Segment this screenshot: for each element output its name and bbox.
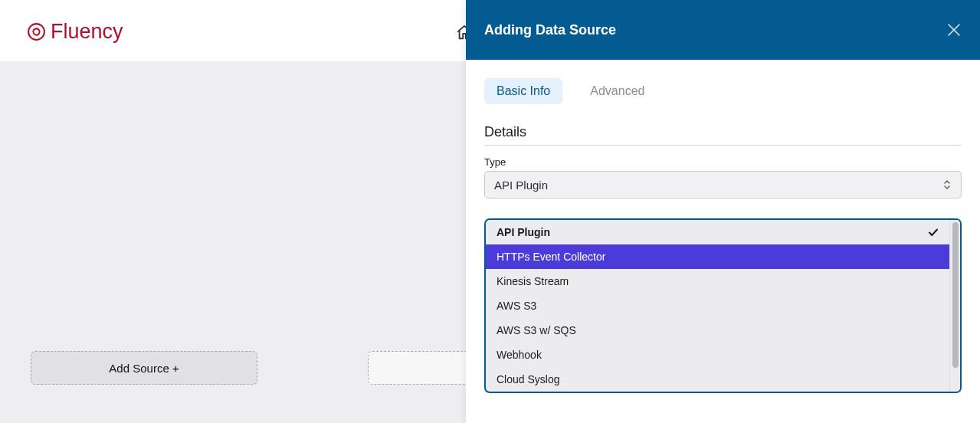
brand-mark-icon <box>27 22 46 41</box>
type-select[interactable]: API Plugin <box>484 171 962 198</box>
type-option[interactable]: HTTPs Event Collector <box>486 244 949 269</box>
tabs: Basic Info Advanced <box>484 78 962 104</box>
panel-header: Adding Data Source <box>466 0 980 60</box>
details-section: Details Type API Plugin <box>484 124 962 198</box>
type-dropdown-list: API PluginHTTPs Event CollectorKinesis S… <box>486 220 949 392</box>
type-option[interactable]: Cloud Syslog <box>486 367 949 392</box>
type-option[interactable]: Webhook <box>486 343 949 367</box>
dropdown-scrollbar[interactable] <box>949 220 960 392</box>
dropdown-scroll-thumb[interactable] <box>952 222 959 368</box>
brand-logo[interactable]: Fluency <box>27 20 123 44</box>
details-heading: Details <box>484 124 962 146</box>
type-option-label: HTTPs Event Collector <box>497 251 605 263</box>
tab-advanced[interactable]: Advanced <box>578 78 657 104</box>
type-option[interactable]: AWS S3 <box>486 293 949 318</box>
type-option[interactable]: AWS S3 w/ SQS <box>486 318 949 343</box>
type-option-label: API Plugin <box>497 226 550 238</box>
tab-basic-info[interactable]: Basic Info <box>484 78 562 104</box>
brand-name: Fluency <box>51 20 123 44</box>
close-icon[interactable] <box>946 22 962 38</box>
add-source-label: Add Source + <box>109 362 179 375</box>
side-panel: Adding Data Source Basic Info Advanced D… <box>466 0 980 423</box>
type-option-label: Webhook <box>497 349 542 361</box>
check-icon <box>928 227 939 238</box>
type-option-label: Kinesis Stream <box>497 275 569 287</box>
type-option-label: AWS S3 w/ SQS <box>497 324 576 336</box>
add-source-button[interactable]: Add Source + <box>31 351 257 385</box>
type-dropdown: API PluginHTTPs Event CollectorKinesis S… <box>484 218 962 393</box>
panel-title: Adding Data Source <box>484 22 616 38</box>
select-arrows-icon <box>942 179 952 191</box>
type-select-value: API Plugin <box>494 179 548 192</box>
type-option-label: AWS S3 <box>497 300 536 312</box>
svg-point-1 <box>33 32 34 34</box>
type-option[interactable]: API Plugin <box>486 220 949 244</box>
type-label: Type <box>484 156 962 168</box>
svg-point-2 <box>38 30 40 31</box>
svg-point-0 <box>28 24 44 40</box>
panel-body: Basic Info Advanced Details Type API Plu… <box>466 60 980 217</box>
type-option[interactable]: Kinesis Stream <box>486 269 949 293</box>
type-option-label: Cloud Syslog <box>497 373 560 385</box>
